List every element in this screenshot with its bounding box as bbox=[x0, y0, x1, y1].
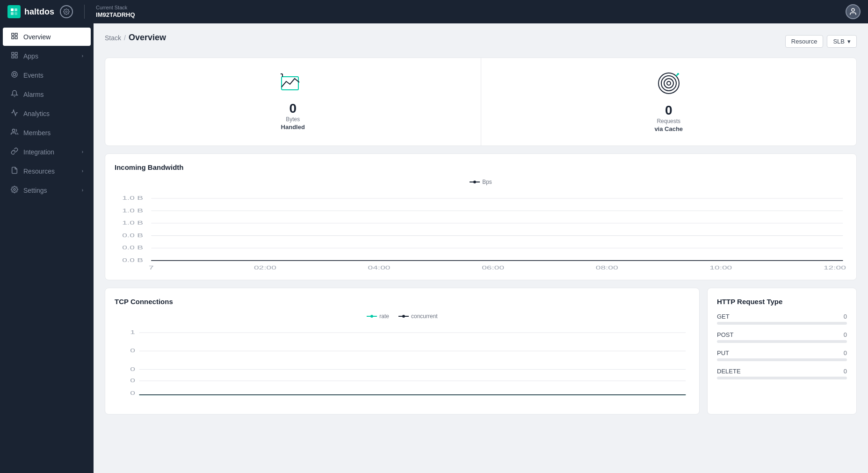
delete-bar-bg bbox=[717, 377, 847, 379]
put-bar-bg bbox=[717, 358, 847, 361]
svg-rect-9 bbox=[12, 36, 14, 39]
svg-rect-3 bbox=[14, 12, 17, 15]
tcp-connections-card: TCP Connections rate concurrent 1 0 bbox=[105, 288, 700, 415]
main-layout: Overview Apps › bbox=[0, 23, 868, 473]
svg-rect-13 bbox=[12, 56, 14, 58]
sidebar-item-analytics[interactable]: Analytics bbox=[3, 104, 91, 123]
integration-chevron-icon: › bbox=[82, 149, 83, 154]
http-request-type-title: HTTP Request Type bbox=[717, 298, 847, 306]
sidebar-item-apps[interactable]: Apps › bbox=[3, 47, 91, 65]
svg-rect-6 bbox=[12, 33, 14, 36]
http-method-delete: DELETE 0 bbox=[717, 368, 847, 379]
topbar-divider bbox=[84, 5, 85, 19]
svg-text:1.0 B: 1.0 B bbox=[122, 220, 143, 226]
svg-rect-12 bbox=[15, 56, 17, 58]
post-label: POST bbox=[717, 331, 733, 338]
settings-chevron-icon: › bbox=[82, 188, 83, 193]
http-method-put: PUT 0 bbox=[717, 349, 847, 361]
svg-rect-10 bbox=[12, 52, 14, 55]
topbar: haltdos Current Stack IM92TADRHQ bbox=[0, 0, 868, 23]
get-bar-bg bbox=[717, 322, 847, 325]
bps-legend-label: Bps bbox=[482, 179, 492, 185]
logo: haltdos bbox=[7, 5, 54, 18]
bandwidth-legend-bps: Bps bbox=[470, 179, 492, 185]
svg-point-22 bbox=[661, 76, 676, 91]
get-count: 0 bbox=[844, 313, 847, 320]
bandwidth-chart-area: 1.0 B 1.0 B 1.0 B 0.0 B 0.0 B 0.0 B bbox=[115, 191, 847, 270]
sidebar-item-integration[interactable]: Integration › bbox=[3, 143, 91, 161]
incoming-bandwidth-card: Incoming Bandwidth Bps 1.0 B 1.0 B 1.0 B… bbox=[105, 153, 857, 280]
stat-handled-label: Handled bbox=[281, 124, 305, 131]
resource-selector: Resource SLB ▾ bbox=[785, 35, 857, 48]
handled-icon bbox=[281, 73, 305, 95]
bandwidth-legend: Bps bbox=[115, 179, 847, 185]
svg-rect-8 bbox=[15, 36, 17, 39]
resource-label: Resource bbox=[785, 35, 824, 48]
tcp-chart-area: 1 0 0 0 0 bbox=[115, 325, 690, 405]
svg-rect-0 bbox=[11, 8, 14, 11]
put-count: 0 bbox=[844, 349, 847, 357]
svg-text:1.0 B: 1.0 B bbox=[122, 195, 143, 201]
stat-cache-value: 0 bbox=[665, 103, 673, 118]
resources-icon bbox=[10, 167, 19, 175]
breadcrumb-parent: Stack bbox=[105, 34, 121, 42]
avatar[interactable] bbox=[846, 4, 861, 19]
svg-point-17 bbox=[14, 189, 15, 190]
sidebar-item-events[interactable]: Events bbox=[3, 66, 91, 84]
stat-handled-value: 0 bbox=[289, 101, 297, 116]
svg-rect-1 bbox=[14, 8, 17, 11]
get-label: GET bbox=[717, 313, 730, 320]
header-row: Stack / Overview Resource SLB ▾ bbox=[105, 33, 857, 50]
breadcrumb-separator: / bbox=[124, 34, 126, 42]
stats-row: 0 Bytes Handled 0 Requests bbox=[105, 58, 857, 146]
events-icon bbox=[10, 71, 19, 80]
topbar-left: haltdos Current Stack IM92TADRHQ bbox=[7, 5, 135, 19]
integration-icon bbox=[10, 147, 19, 156]
logo-text: haltdos bbox=[24, 7, 54, 17]
sidebar-item-overview[interactable]: Overview bbox=[3, 28, 91, 46]
svg-text:0: 0 bbox=[130, 378, 135, 383]
http-method-post: POST 0 bbox=[717, 331, 847, 343]
svg-point-14 bbox=[12, 72, 17, 77]
sidebar-item-events-label: Events bbox=[23, 72, 43, 79]
apps-icon bbox=[10, 51, 19, 60]
sidebar-item-members-label: Members bbox=[23, 129, 51, 137]
svg-text:7: 7 bbox=[149, 265, 154, 270]
stat-card-cache: 0 Requests via Cache bbox=[481, 58, 857, 146]
tcp-rate-label: rate bbox=[379, 313, 389, 320]
sidebar-item-resources[interactable]: Resources › bbox=[3, 162, 91, 180]
tcp-connections-title: TCP Connections bbox=[115, 298, 690, 306]
sidebar-item-settings-label: Settings bbox=[23, 187, 47, 194]
delete-count: 0 bbox=[844, 368, 847, 375]
svg-text:12:00: 12:00 bbox=[824, 265, 846, 270]
slb-chevron-icon: ▾ bbox=[847, 38, 851, 45]
svg-rect-11 bbox=[15, 52, 17, 55]
sidebar-item-resources-label: Resources bbox=[23, 167, 55, 175]
tcp-chart-svg: 1 0 0 0 0 bbox=[115, 325, 690, 405]
gear-icon[interactable] bbox=[60, 5, 73, 18]
svg-text:1.0 B: 1.0 B bbox=[122, 207, 143, 213]
stat-cache-label: via Cache bbox=[654, 125, 683, 132]
svg-text:0: 0 bbox=[130, 348, 135, 353]
overview-icon bbox=[10, 32, 19, 41]
sidebar: Overview Apps › bbox=[0, 23, 94, 473]
sidebar-item-settings[interactable]: Settings › bbox=[3, 181, 91, 199]
bottom-row: TCP Connections rate concurrent 1 0 bbox=[105, 288, 857, 415]
svg-text:0.0 B: 0.0 B bbox=[122, 257, 143, 263]
breadcrumb-current: Overview bbox=[129, 33, 166, 43]
current-stack: Current Stack IM92TADRHQ bbox=[96, 5, 135, 19]
delete-label: DELETE bbox=[717, 368, 741, 375]
current-stack-label: Current Stack bbox=[96, 5, 135, 10]
sidebar-item-members[interactable]: Members bbox=[3, 124, 91, 142]
svg-point-27 bbox=[473, 181, 476, 183]
slb-dropdown[interactable]: SLB ▾ bbox=[827, 35, 857, 48]
svg-point-51 bbox=[402, 315, 405, 318]
stat-card-handled: 0 Bytes Handled bbox=[105, 58, 481, 146]
svg-text:0.0 B: 0.0 B bbox=[122, 232, 143, 238]
tcp-legend-concurrent: concurrent bbox=[398, 313, 438, 320]
sidebar-item-overview-label: Overview bbox=[23, 33, 51, 41]
svg-text:08:00: 08:00 bbox=[596, 265, 618, 270]
current-stack-value: IM92TADRHQ bbox=[96, 11, 135, 18]
sidebar-item-alarms[interactable]: Alarms bbox=[3, 85, 91, 103]
stat-handled-unit: Bytes bbox=[286, 116, 300, 123]
